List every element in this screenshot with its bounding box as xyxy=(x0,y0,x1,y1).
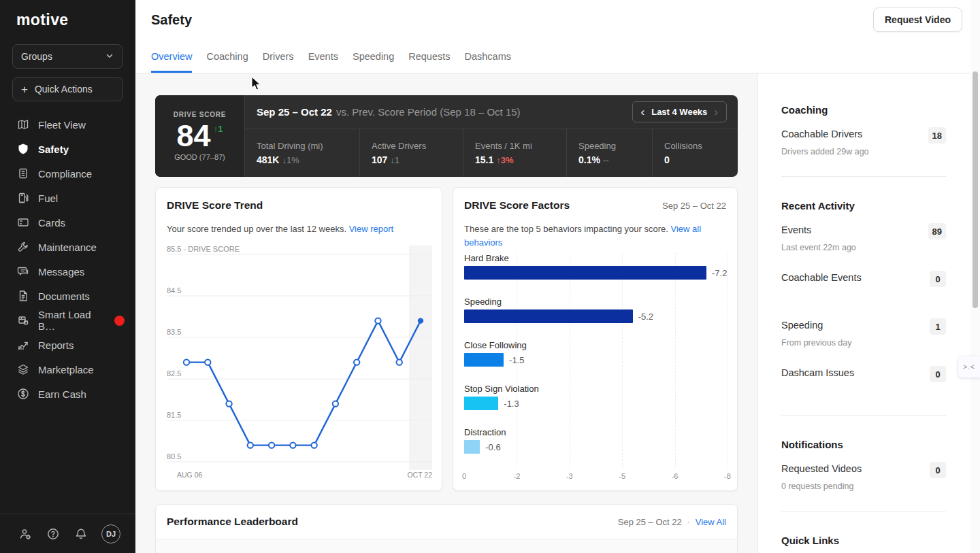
panel-item-coachable-drivers[interactable]: Coachable Drivers18Drivers added 29w ago xyxy=(781,129,946,176)
axis-tick: 0 xyxy=(462,472,466,480)
sidebar-item-fleet-view[interactable]: Fleet View xyxy=(0,112,135,137)
sidebar-item-label: Messages xyxy=(38,266,84,278)
factors-x-axis: 0-2-3-5-6-8 xyxy=(464,472,728,482)
axis-tick: -3 xyxy=(566,472,573,480)
factor-bar-row: -1.3 xyxy=(464,397,728,410)
notifications-bell-icon[interactable] xyxy=(74,526,88,541)
page-header: Safety Request Video OverviewCoachingDri… xyxy=(136,0,980,73)
panel-item-coachable-events[interactable]: Coachable Events0 xyxy=(781,272,946,320)
factor-value: -5.2 xyxy=(638,312,653,322)
drive-score-label: DRIVE SCORE xyxy=(174,111,227,118)
svg-text:80.5: 80.5 xyxy=(167,452,181,460)
chevron-left-icon[interactable]: ‹ xyxy=(641,106,645,118)
factor-label: Stop Sign Violation xyxy=(464,384,728,396)
stat-value: 107↓1 xyxy=(372,154,463,165)
panel-item-title: Coachable Drivers xyxy=(781,129,862,139)
request-video-button[interactable]: Request Video xyxy=(873,7,962,32)
tab-speeding[interactable]: Speeding xyxy=(353,51,394,73)
svg-text:85.5 - DRIVE SCORE: 85.5 - DRIVE SCORE xyxy=(167,246,240,253)
sidebar-item-safety[interactable]: Safety xyxy=(0,137,135,161)
last-4-weeks-button[interactable]: ‹ Last 4 Weeks › xyxy=(632,101,727,122)
section-title-notifications: Notifications xyxy=(781,439,946,452)
factor-bar-row: -1.5 xyxy=(464,353,728,367)
sidebar-item-label: Smart Load B… xyxy=(38,309,104,332)
load-board-icon xyxy=(17,314,29,326)
sidebar-item-messages[interactable]: Messages xyxy=(0,259,135,284)
dot-separator: · xyxy=(687,517,690,526)
user-avatar[interactable]: DJ xyxy=(101,524,120,543)
scrollbar-thumb[interactable] xyxy=(973,71,978,308)
sidebar-item-maintenance[interactable]: Maintenance xyxy=(0,235,135,259)
factor-bar xyxy=(464,440,480,454)
sidebar-footer: DJ xyxy=(0,514,135,553)
factor-stop-sign-violation: Stop Sign Violation-1.3 xyxy=(464,384,728,427)
scrollbar-track[interactable] xyxy=(970,0,980,553)
sidebar-item-label: Fleet View xyxy=(38,119,86,131)
quick-actions-button[interactable]: + Quick Actions xyxy=(12,77,123,101)
axis-tick: -2 xyxy=(514,472,521,480)
banner-stats: Total Driving (mi)481K↓1%Active Drivers1… xyxy=(245,129,738,177)
panel-item-speeding[interactable]: Speeding1From previous day xyxy=(781,320,946,367)
groups-dropdown-label: Groups xyxy=(21,51,52,62)
panel-item-row: Events89 xyxy=(781,224,946,239)
section-divider xyxy=(781,415,946,416)
tab-drivers[interactable]: Drivers xyxy=(263,51,294,73)
document-icon xyxy=(17,290,29,302)
stat-change: ↓1 xyxy=(390,155,399,165)
feedback-widget[interactable]: >.< xyxy=(958,356,980,378)
sidebar-item-cards[interactable]: Cards xyxy=(0,210,135,235)
count-badge: 0 xyxy=(930,271,946,287)
sidebar-item-compliance[interactable]: Compliance xyxy=(0,161,135,186)
tab-overview[interactable]: Overview xyxy=(151,51,192,73)
clipboard-icon xyxy=(17,167,29,180)
chevron-right-icon[interactable]: › xyxy=(714,106,718,118)
panel-item-requested-videos[interactable]: Requested Videos00 requests pending xyxy=(781,463,946,511)
panel-item-row: Coachable Events0 xyxy=(781,272,946,287)
stat-label: Collisions xyxy=(664,141,738,151)
panel-item-subtitle: Drivers added 29w ago xyxy=(781,147,946,156)
tab-events[interactable]: Events xyxy=(308,51,338,73)
sidebar-item-marketplace[interactable]: Marketplace xyxy=(0,357,135,382)
card-icon xyxy=(17,216,29,229)
view-report-link[interactable]: View report xyxy=(349,224,394,234)
stat-change: -- xyxy=(603,155,609,165)
tab-dashcams[interactable]: Dashcams xyxy=(465,51,512,73)
tab-coaching[interactable]: Coaching xyxy=(206,51,248,73)
section-title-quick-links: Quick Links xyxy=(781,535,946,548)
stat-value: 481K↓1% xyxy=(257,154,359,165)
count-badge: 0 xyxy=(930,366,946,382)
drive-score-trend-card: DRIVE Score Trend Your score trended up … xyxy=(155,187,442,491)
stat-value: 0.1%-- xyxy=(578,154,652,165)
drive-score-banner: DRIVE SCORE 84 ↑1 GOOD (77–87) Sep 25 – … xyxy=(155,95,738,177)
fuel-icon xyxy=(17,192,29,204)
tab-requests[interactable]: Requests xyxy=(408,51,450,73)
sidebar-item-label: Fuel xyxy=(38,192,58,204)
sidebar-item-label: Marketplace xyxy=(38,364,94,375)
stat-events-1k-mi: Events / 1K mi15.1↑3% xyxy=(463,129,566,177)
admin-user-icon[interactable] xyxy=(18,526,33,541)
sidebar-item-reports[interactable]: Reports xyxy=(0,333,135,357)
sidebar-item-earn-cash[interactable]: Earn Cash xyxy=(0,382,135,406)
panel-item-subtitle: Last event 22m ago xyxy=(781,243,946,252)
factor-bar xyxy=(464,353,504,367)
sidebar-item-label: Reports xyxy=(38,339,74,351)
sidebar-item-fuel[interactable]: Fuel xyxy=(0,186,135,210)
panel-item-events[interactable]: Events89Last event 22m ago xyxy=(781,224,946,272)
groups-dropdown[interactable]: Groups xyxy=(12,44,123,69)
factor-value: -7.2 xyxy=(712,268,727,278)
view-all-link[interactable]: View All xyxy=(696,517,726,527)
factor-distraction: Distraction-0.6 xyxy=(464,427,728,471)
factor-bar-row: -7.2 xyxy=(464,266,728,280)
axis-tick: -8 xyxy=(724,472,731,480)
motive-logo: motive xyxy=(0,0,135,29)
factor-speeding: Speeding-5.2 xyxy=(464,297,728,340)
marketplace-icon xyxy=(17,363,29,375)
factor-bar xyxy=(464,266,706,280)
panel-item-dashcam-issues[interactable]: Dashcam Issues0 xyxy=(781,367,946,415)
drive-score-rating: GOOD (77–87) xyxy=(174,153,225,161)
drive-score-block: DRIVE SCORE 84 ↑1 GOOD (77–87) xyxy=(155,95,245,177)
sidebar-item-smart-load-b[interactable]: Smart Load B… xyxy=(0,308,135,333)
factor-value: -1.5 xyxy=(509,355,524,365)
help-icon[interactable] xyxy=(46,526,61,541)
sidebar-item-documents[interactable]: Documents xyxy=(0,284,135,308)
